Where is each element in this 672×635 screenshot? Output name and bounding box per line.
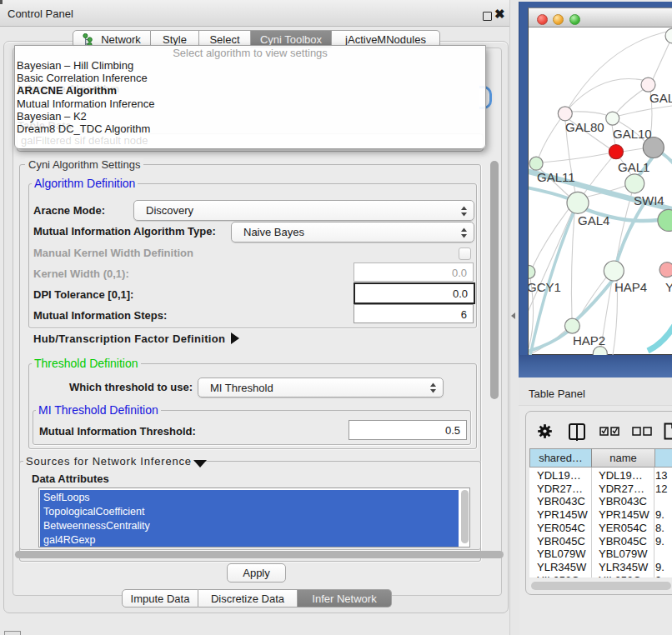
svg-text:GAL80: GAL80 [565, 120, 604, 134]
svg-text:GAL1: GAL1 [618, 160, 649, 174]
svg-text:Y: Y [665, 280, 672, 294]
svg-text:GAL: GAL [649, 91, 672, 105]
svg-text:SWI4: SWI4 [634, 193, 664, 208]
svg-text:GAL11: GAL11 [537, 170, 575, 184]
svg-text:GCY1: GCY1 [529, 280, 561, 294]
svg-text:GAL10: GAL10 [613, 127, 652, 141]
svg-text:GAL4: GAL4 [578, 213, 609, 228]
svg-text:HAP4: HAP4 [614, 280, 647, 294]
svg-text:HAP2: HAP2 [573, 333, 605, 348]
